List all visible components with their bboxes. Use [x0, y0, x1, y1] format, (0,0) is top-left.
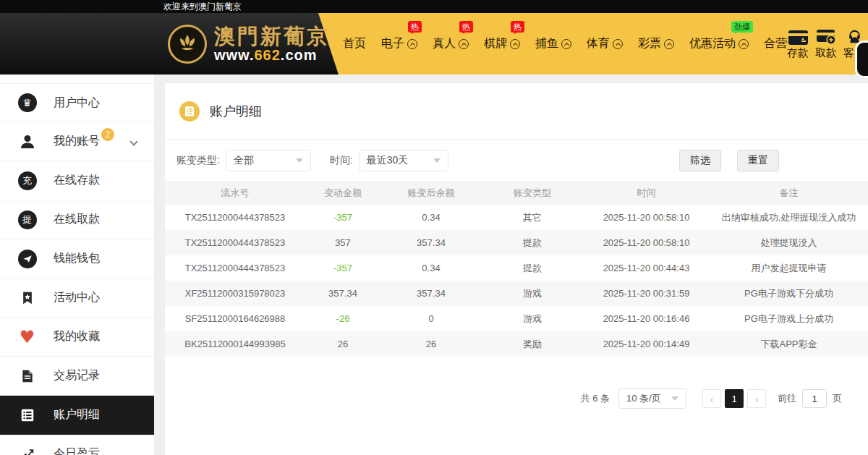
per-page-value: 10 条/页 [626, 392, 661, 405]
cell-balance: 357.34 [380, 230, 482, 255]
nav-item-affiliate[interactable]: 合营 [764, 36, 787, 51]
current-page[interactable]: 1 [725, 389, 744, 408]
quick-action-label: 存款 [787, 46, 809, 60]
logo-url: www.662.com [214, 47, 330, 63]
withdraw-card-icon [817, 27, 836, 45]
quick-action-deposit[interactable]: 存款 [787, 27, 809, 60]
sidebar-item-account-details[interactable]: 账户明细 [0, 396, 154, 435]
sidebar-item-label: 在线取款 [54, 212, 100, 227]
sidebar-item-label: 今日盈亏 [54, 446, 100, 455]
cell-serial: SF25112000164626988 [165, 306, 305, 331]
sidebar-item-user-center[interactable]: ♛ 用户中心 [0, 83, 154, 122]
table-row: TX25112000444378523 -357 0.34 提款 2025-11… [165, 255, 868, 281]
cell-remark: 出纳审核成功,处理提现没入成功 [710, 205, 868, 230]
table-row: XF25112000315978023 357.34 357.34 游戏 202… [165, 281, 868, 306]
account-details-table: 流水号 变动金额 账变后余额 账变类型 时间 备注 TX251120004443… [165, 181, 868, 357]
time-filter-label: 时间: [330, 154, 353, 167]
logo-title: 澳門新葡京 [214, 25, 330, 47]
sidebar-item-today-pnl[interactable]: 今日盈亏 [0, 435, 154, 455]
welcome-bar: 欢迎来到澳门新葡京 [0, 0, 868, 13]
cell-serial: TX25112000444378523 [165, 255, 305, 281]
nav-item-fishing[interactable]: 捕鱼 [535, 36, 571, 51]
chevron-up-circle-icon [510, 39, 520, 49]
column-header: 变动金额 [305, 181, 380, 205]
sidebar-item-label: 用户中心 [54, 95, 100, 111]
filter-bar: 账变类型: 全部 时间: 最近30天 筛选 重置 [165, 140, 868, 181]
cell-serial: TX25112000444378523 [165, 230, 305, 255]
withdraw-circle-icon: 提 [17, 210, 37, 229]
chevron-up-circle-icon [739, 39, 749, 49]
cell-balance: 0.34 [380, 205, 482, 230]
page-unit-label: 页 [833, 392, 842, 405]
column-header: 账变后余额 [380, 181, 482, 205]
sidebar-item-activity-center[interactable]: 活动中心 [0, 278, 154, 318]
caret-down-icon [433, 158, 441, 163]
user-panel-partial[interactable] [855, 41, 868, 78]
goto-page-input[interactable] [802, 389, 827, 408]
sidebar-item-online-withdraw[interactable]: 提 在线取款 [0, 200, 154, 239]
next-page-button[interactable]: › [747, 389, 766, 408]
cell-amount: 357 [305, 230, 380, 255]
table-row: TX25112000444378523 357 357.34 提款 2025-1… [165, 230, 868, 255]
sidebar-item-label: 账户明细 [54, 407, 100, 422]
time-select-value: 最近30天 [367, 154, 409, 167]
cell-time: 2025-11-20 00:31:59 [583, 281, 710, 306]
bookmark-star-icon [17, 288, 37, 307]
sidebar-item-label: 我的收藏 [54, 329, 100, 344]
sidebar-item-label: 交易记录 [54, 368, 100, 383]
cell-amount: 26 [305, 331, 380, 357]
url-dot: .com [281, 47, 318, 63]
per-page-select[interactable]: 10 条/页 [618, 388, 686, 409]
filter-button[interactable]: 筛选 [679, 150, 721, 171]
chevron-up-circle-icon [407, 39, 417, 49]
cell-time: 2025-11-20 00:58:10 [583, 205, 710, 230]
sidebar-item-my-account[interactable]: 我的账号 2 [0, 122, 154, 161]
type-select[interactable]: 全部 [226, 150, 311, 171]
nav-label: 首页 [343, 36, 366, 51]
hot-badge: 热 [459, 21, 473, 33]
quick-actions: 存款 取款 客服 [787, 13, 865, 75]
cell-amount: -357 [305, 205, 380, 230]
notification-badge: 2 [101, 128, 114, 141]
quick-action-withdraw[interactable]: 取款 [815, 27, 837, 60]
sidebar-item-wallet[interactable]: 钱能钱包 [0, 239, 154, 278]
chevron-up-circle-icon [664, 39, 674, 49]
chart-icon [17, 444, 37, 455]
type-select-value: 全部 [234, 154, 254, 167]
nav-item-lottery[interactable]: 彩票 [638, 36, 674, 51]
cell-balance: 26 [380, 331, 482, 357]
nav-label: 优惠活动 [689, 36, 736, 51]
deposit-circle-icon: 充 [17, 171, 37, 190]
nav-item-chess[interactable]: 热 棋牌 [484, 36, 520, 51]
cell-serial: BK25112000144993985 [165, 331, 305, 357]
logo-text: 澳門新葡京 www.662.com [214, 25, 330, 63]
site-logo[interactable]: 澳門新葡京 www.662.com [168, 13, 330, 75]
goto-label: 前往 [778, 392, 796, 405]
cell-type: 游戏 [482, 281, 583, 306]
sidebar-item-label: 钱能钱包 [54, 251, 100, 266]
reset-button[interactable]: 重置 [737, 150, 779, 171]
pagination: 共 6 条 10 条/页 ‹ 1 › 前往 页 [581, 388, 842, 409]
table-row: BK25112000144993985 26 26 奖励 2025-11-20 … [165, 331, 868, 357]
nav-item-sports[interactable]: 体育 [587, 36, 623, 51]
table-header-row: 流水号 变动金额 账变后余额 账变类型 时间 备注 [165, 181, 868, 205]
cell-time: 2025-11-20 00:14:49 [583, 331, 710, 357]
prev-page-button[interactable]: ‹ [702, 389, 721, 408]
sidebar-item-label: 活动中心 [54, 290, 100, 305]
nav-item-live[interactable]: 热 真人 [433, 36, 469, 51]
nav-item-promotions[interactable]: 劲爆 优惠活动 [689, 36, 749, 51]
nav-label: 棋牌 [484, 36, 507, 51]
main-nav: 首页 热 电子 热 真人 热 棋牌 捕鱼 体育 彩票 劲 [343, 13, 787, 75]
sidebar-item-transactions[interactable]: 交易记录 [0, 357, 154, 396]
new-badge: 劲爆 [731, 21, 753, 33]
cell-remark: PG电子游戏上分成功 [710, 306, 868, 331]
cell-type: 奖励 [482, 331, 583, 357]
nav-item-home[interactable]: 首页 [343, 36, 366, 51]
sidebar-item-favorites[interactable]: ♥ 我的收藏 [0, 318, 154, 357]
cell-remark: 处理提现没入 [710, 230, 868, 255]
quick-action-label: 取款 [815, 46, 837, 60]
sidebar-item-label: 在线存款 [54, 173, 100, 188]
time-select[interactable]: 最近30天 [359, 150, 448, 171]
nav-item-slots[interactable]: 热 电子 [381, 36, 417, 51]
sidebar-item-online-deposit[interactable]: 充 在线存款 [0, 161, 154, 200]
